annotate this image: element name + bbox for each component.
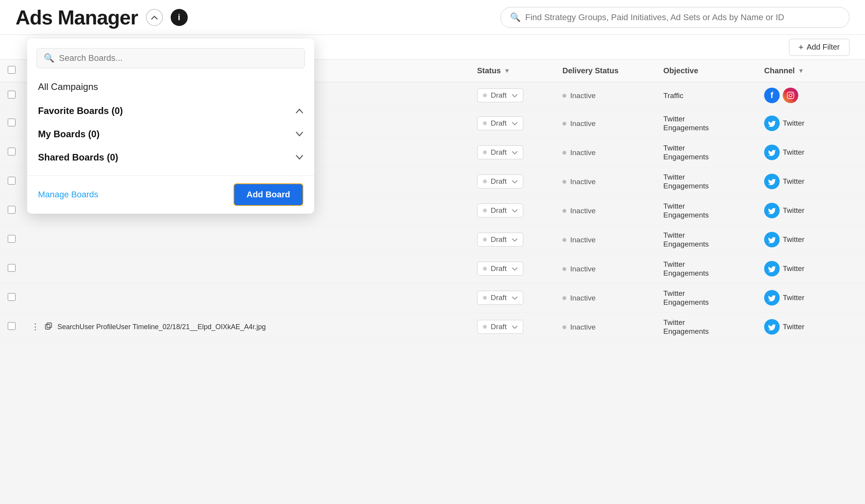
my-boards-section: My Boards (0) [27,123,314,146]
status-badge[interactable]: Draft [477,174,523,188]
status-badge[interactable]: Draft [477,262,523,276]
delivery-label: Inactive [570,236,595,244]
row-checkbox[interactable] [8,264,16,272]
favorite-boards-chevron-up-icon [296,107,303,116]
row-checkbox-cell [0,283,23,312]
row-checkbox[interactable] [8,177,16,185]
row-name-cell [23,254,469,283]
channel-icons: f [764,88,857,103]
row-delivery-cell: Inactive [555,167,656,196]
status-dot [483,93,487,97]
row-objective-cell: Twitter Engagements [656,138,756,167]
favorite-boards-header[interactable]: Favorite Boards (0) [27,99,314,123]
favorite-boards-label: Favorite Boards (0) [38,105,123,116]
boards-search[interactable]: 🔍 [36,48,305,68]
title-chevron-button[interactable] [146,9,163,26]
delivery-dot [562,180,566,184]
col-header-checkbox [0,60,23,82]
status-badge[interactable]: Draft [477,320,523,334]
add-board-button[interactable]: Add Board [234,183,303,206]
row-channel-cell: Twitter [756,283,865,312]
svg-rect-0 [787,92,794,99]
status-sort-icon: ▼ [504,67,510,74]
row-delivery-cell: Inactive [555,196,656,225]
channel-label: Twitter [783,119,804,128]
row-checkbox-cell [0,167,23,196]
channel-icons: Twitter [764,174,857,189]
row-channel-cell: Twitter [756,167,865,196]
delivery-dot [562,122,566,126]
delivery-dot [562,325,566,329]
delivery-dot [562,209,566,213]
row-checkbox[interactable] [8,91,16,98]
row-checkbox-cell [0,312,23,342]
objective-label: Traffic [663,91,683,100]
status-label: Draft [491,206,507,215]
row-channel-cell: Twitter [756,254,865,283]
row-delivery-cell: Inactive [555,312,656,342]
status-label: Draft [491,323,507,331]
global-search[interactable]: 🔍 [500,7,849,28]
header: Ads Manager i 🔍 [0,0,865,35]
status-chevron-icon [512,235,517,244]
status-dot [483,121,487,125]
boards-search-input[interactable] [59,53,298,63]
status-badge[interactable]: Draft [477,116,523,130]
row-checkbox[interactable] [8,119,16,126]
my-boards-chevron-down-icon [296,130,303,139]
delivery-badge: Inactive [562,207,595,215]
status-badge[interactable]: Draft [477,145,523,159]
delivery-label: Inactive [570,91,595,100]
table-row: ⋮ SearchUser ProfileUser Timeline_02/18/… [0,312,865,342]
instagram-icon [783,88,798,103]
row-checkbox[interactable] [8,148,16,155]
row-checkbox[interactable] [8,293,16,301]
status-badge[interactable]: Draft [477,233,523,247]
col-header-channel[interactable]: Channel ▼ [756,60,865,82]
delivery-dot [562,296,566,300]
status-label: Draft [491,177,507,186]
row-delivery-cell: Inactive [555,254,656,283]
row-status-cell: Draft [469,312,555,342]
svg-point-1 [789,94,792,97]
row-checkbox-cell [0,225,23,254]
row-checkbox[interactable] [8,235,16,243]
row-channel-cell: Twitter [756,196,865,225]
select-all-checkbox[interactable] [8,66,16,74]
status-label: Draft [491,235,507,244]
row-checkbox[interactable] [8,206,16,214]
shared-boards-header[interactable]: Shared Boards (0) [27,146,314,169]
channel-icons: Twitter [764,261,857,276]
row-menu-icon[interactable]: ⋮ [31,322,40,332]
twitter-icon [764,174,780,189]
status-badge[interactable]: Draft [477,204,523,217]
table-row: Draft Inactive Twitter Engagements Twitt… [0,283,865,312]
status-badge[interactable]: Draft [477,291,523,305]
status-chevron-icon [512,148,517,157]
table-row: Draft Inactive Twitter Engagements Twitt… [0,254,865,283]
row-copy-icon[interactable] [44,322,53,332]
info-button[interactable]: i [171,9,188,26]
shared-boards-label: Shared Boards (0) [38,152,118,163]
row-objective-cell: Twitter Engagements [656,225,756,254]
twitter-icon [764,261,780,276]
add-filter-button[interactable]: + Add Filter [789,39,849,56]
all-campaigns-item[interactable]: All Campaigns [27,74,314,99]
row-checkbox[interactable] [8,322,16,330]
col-header-delivery: Delivery Status [555,60,656,82]
objective-label: Twitter Engagements [663,289,709,306]
status-badge[interactable]: Draft [477,88,523,102]
plus-icon: + [799,42,804,52]
manage-boards-link[interactable]: Manage Boards [38,190,98,200]
status-dot [483,180,487,183]
delivery-label: Inactive [570,207,595,215]
col-header-status[interactable]: Status ▼ [469,60,555,82]
row-channel-cell: Twitter [756,225,865,254]
global-search-input[interactable] [525,12,840,22]
my-boards-header[interactable]: My Boards (0) [27,123,314,146]
delivery-label: Inactive [570,178,595,186]
delivery-dot [562,238,566,242]
status-chevron-icon [512,119,517,128]
delivery-dot [562,94,566,98]
row-objective-cell: Traffic [656,82,756,109]
